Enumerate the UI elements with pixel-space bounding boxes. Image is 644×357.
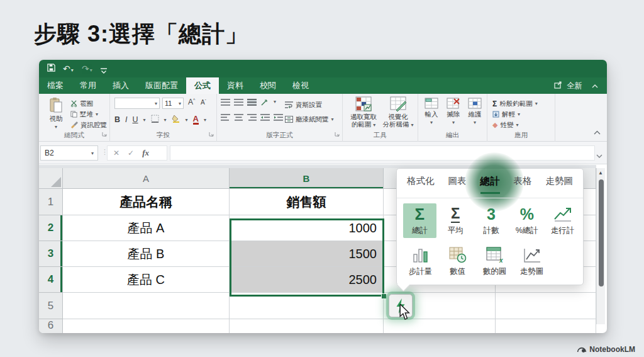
shrink-font-button[interactable]: Aˇ (201, 99, 206, 106)
cell-B6[interactable] (230, 319, 384, 333)
align-top-icon[interactable] (221, 99, 230, 106)
tab-data[interactable]: 資料 (219, 77, 252, 94)
cancel-entry-icon[interactable]: ✕ (113, 149, 119, 157)
cell-D6[interactable] (496, 319, 596, 333)
bold-button[interactable]: B (114, 115, 120, 124)
copy-button[interactable]: 墅堆▾ (70, 109, 107, 120)
font-size-combo[interactable]: 11▾ (162, 98, 184, 109)
cell-B5[interactable] (230, 293, 384, 319)
align-right-icon[interactable] (247, 114, 257, 121)
underline-button[interactable]: U (133, 115, 138, 124)
customize-qat-icon[interactable] (101, 65, 107, 76)
popup-item-count-table[interactable]: x 數的圓 (477, 244, 512, 277)
popup-tab-sparklines[interactable]: 走勢圖 (546, 175, 574, 194)
align-left-icon[interactable] (221, 114, 230, 121)
cut-button[interactable]: 雹囿 (70, 98, 107, 109)
cell-A1[interactable]: 產品名稱 (63, 189, 230, 215)
clear-button[interactable]: ◆ 甡變▾ (492, 120, 538, 130)
cell-A5[interactable] (63, 293, 230, 319)
cell-A2[interactable]: 產品 A (63, 215, 230, 241)
tab-home[interactable]: 常用 (72, 77, 104, 94)
orientation-icon[interactable] (260, 99, 270, 106)
cell-A6[interactable] (63, 319, 230, 333)
tab-view[interactable]: 檢視 (284, 77, 317, 94)
cell-B2[interactable]: 1000 (230, 215, 384, 241)
align-center-icon[interactable] (234, 114, 243, 121)
merge-cells-icon (285, 116, 293, 123)
dialog-launcher-icon[interactable] (209, 128, 214, 139)
tab-page-layout[interactable]: 版面配置 (137, 77, 186, 94)
row-header-5[interactable]: 5 (39, 293, 63, 319)
vertical-scrollbar[interactable]: ▲ (596, 168, 605, 324)
undo-button[interactable]: ↶▾ (63, 64, 74, 76)
borders-button[interactable] (151, 114, 159, 125)
cell-D5[interactable] (496, 293, 596, 319)
dialog-launcher-icon[interactable] (102, 128, 107, 139)
popup-tab-formatting[interactable]: 格式化 (407, 175, 435, 194)
cell-A4[interactable]: 產品 C (63, 267, 230, 293)
confirm-entry-icon[interactable]: ✓ (128, 149, 134, 157)
tab-insert[interactable]: 插入 (104, 77, 137, 94)
save-icon[interactable] (47, 64, 55, 74)
formula-input[interactable] (170, 145, 595, 161)
tools-range-button[interactable]: 遏取寬取 的範圍 ▾ (348, 96, 379, 129)
format-cells-button[interactable]: 維護▾ (465, 98, 485, 127)
cell-B1[interactable]: 銷售額 (230, 189, 384, 215)
scrollbar-thumb[interactable] (599, 179, 604, 286)
row-header-2[interactable]: 2 (39, 215, 63, 241)
popup-tab-charts[interactable]: 圖表 (448, 175, 467, 194)
collapse-ribbon-chevron-icon[interactable] (594, 126, 601, 137)
conditional-grid-icon (355, 96, 372, 111)
popup-tab-tables[interactable]: 表格 (514, 175, 532, 194)
popup-item-sum[interactable]: Σ 總計 (403, 203, 436, 238)
popup-item-average[interactable]: Σ 平均 (439, 203, 472, 238)
popup-item-running-total[interactable]: 走行計 (546, 203, 579, 238)
decrease-indent-icon[interactable] (260, 114, 270, 121)
bar-chart-icon (413, 247, 429, 263)
align-bottom-icon[interactable] (247, 99, 257, 106)
select-all-corner[interactable] (39, 168, 63, 189)
italic-button[interactable]: I (125, 115, 127, 124)
tools-analyze-button[interactable]: 視覺化 分析稱備 ▾ (382, 96, 414, 129)
popup-item-step-count[interactable]: 步計量 (403, 244, 438, 277)
insert-cells-button[interactable]: 輸入▾ (421, 98, 441, 127)
name-box[interactable]: B2▾ (40, 145, 98, 161)
cell-A3[interactable]: 產品 B (63, 241, 230, 267)
font-name-combo[interactable]: ▾ (114, 98, 160, 109)
fill-button[interactable]: 解輕▾ (492, 109, 538, 120)
popup-item-values[interactable]: 數值 (440, 244, 475, 277)
merge-center-button[interactable]: 廳漆紙閱覽▾ (285, 114, 334, 125)
wrap-text-button[interactable]: 資斯設置 (285, 99, 322, 110)
increase-indent-icon[interactable] (274, 114, 283, 121)
fill-handle[interactable] (381, 293, 387, 299)
row-header-3[interactable]: 3 (39, 241, 63, 267)
scroll-up-icon[interactable]: ▲ (598, 170, 603, 176)
redo-button[interactable]: ↷▾ (82, 64, 92, 76)
row-header-4[interactable]: 4 (39, 267, 63, 293)
cell-B4[interactable]: 2500 (230, 267, 384, 293)
tab-file[interactable]: 檔案 (39, 77, 72, 94)
delete-cells-button[interactable]: 搣除▾ (443, 98, 464, 127)
collapse-chevron-icon[interactable] (592, 81, 598, 90)
popup-item-count[interactable]: 3 計數 (475, 203, 508, 238)
fill-color-button[interactable] (172, 114, 180, 125)
paste-button[interactable]: 視助 ▾ (44, 97, 68, 131)
autosum-button[interactable]: Σ 粉般釣範圍▾ (492, 98, 538, 109)
align-middle-icon[interactable] (234, 99, 243, 106)
popup-item-sparkline[interactable]: 走勢圖 (514, 244, 549, 277)
popup-item-percent-total[interactable]: % %總計 (510, 203, 543, 238)
tab-formulas[interactable]: 公式 (186, 77, 219, 94)
cell-B3[interactable]: 1500 (230, 241, 384, 267)
font-color-button[interactable]: A (193, 115, 199, 125)
dialog-launcher-icon[interactable] (335, 128, 340, 139)
share-button[interactable]: 全新 (554, 77, 598, 94)
row-header-6[interactable]: 6 (39, 319, 63, 333)
col-header-a[interactable]: A (63, 168, 230, 189)
popup-tab-totals[interactable]: 總計 (480, 175, 500, 194)
insert-function-icon[interactable]: fx (142, 148, 149, 158)
expand-formula-bar-icon[interactable] (596, 149, 602, 161)
tab-review[interactable]: 校閱 (252, 77, 284, 94)
row-header-1[interactable]: 1 (39, 189, 63, 215)
col-header-b[interactable]: B (230, 168, 384, 189)
grow-font-button[interactable]: A^ (188, 98, 195, 106)
